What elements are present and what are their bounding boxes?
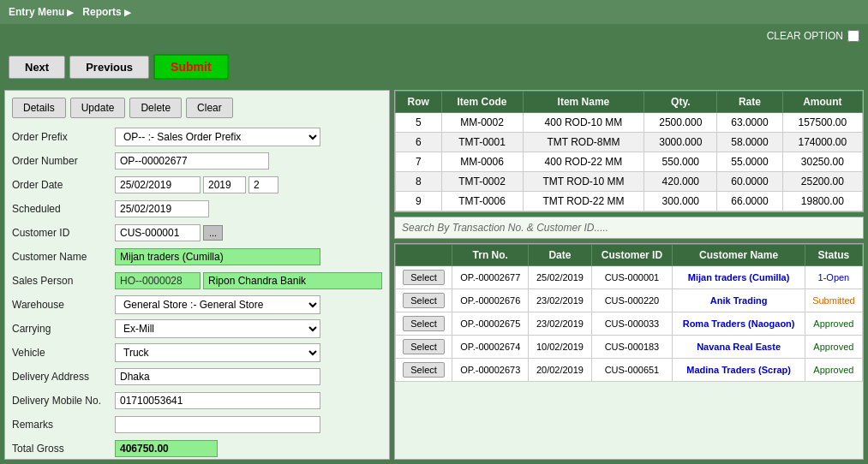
col-header-cust-id: Customer ID bbox=[591, 245, 673, 266]
total-gross-display: 406750.00 bbox=[115, 440, 218, 457]
vehicle-select[interactable]: Truck bbox=[115, 343, 320, 362]
date-cell: 23/02/2019 bbox=[529, 289, 591, 312]
cell-qty: 550.000 bbox=[644, 152, 717, 172]
cust-name-cell[interactable]: Mijan traders (Cumilla) bbox=[673, 266, 805, 289]
table-row: 6 TMT-0001 TMT ROD-8MM 3000.000 58.0000 … bbox=[396, 133, 863, 152]
warehouse-select[interactable]: General Store :- General Store bbox=[115, 295, 320, 314]
submit-button[interactable]: Submit bbox=[153, 54, 228, 80]
select-button[interactable]: Select bbox=[403, 270, 445, 285]
delete-button[interactable]: Delete bbox=[129, 98, 182, 118]
table-row: 7 MM-0006 400 ROD-22 MM 550.000 55.0000 … bbox=[396, 152, 863, 172]
carrying-select[interactable]: Ex-Mill bbox=[115, 319, 320, 338]
cell-item-code: TMT-0001 bbox=[441, 133, 523, 152]
cell-rate: 55.0000 bbox=[717, 152, 782, 172]
select-cell[interactable]: Select bbox=[396, 359, 452, 382]
sales-person-code-input[interactable] bbox=[115, 272, 201, 289]
table-row: 5 MM-0002 400 ROD-10 MM 2500.000 63.0000… bbox=[396, 113, 863, 133]
trn-cell: OP.-00002675 bbox=[452, 312, 529, 336]
trn-cell: OP.-00002677 bbox=[452, 266, 529, 289]
bottom-table-container: Trn No. Date Customer ID Customer Name S… bbox=[394, 243, 864, 460]
cell-qty: 2500.000 bbox=[644, 113, 717, 133]
cell-row: 9 bbox=[396, 192, 442, 211]
cell-amount: 174000.00 bbox=[782, 133, 862, 152]
reports-menu-arrow: ▶ bbox=[124, 8, 131, 17]
delivery-address-input[interactable] bbox=[115, 368, 320, 385]
cell-rate: 58.0000 bbox=[717, 133, 782, 152]
select-cell[interactable]: Select bbox=[396, 312, 452, 336]
cust-name-cell[interactable]: Anik Trading bbox=[673, 289, 805, 312]
search-placeholder: Search By Transaction No. & Customer ID.… bbox=[402, 222, 608, 234]
warehouse-label: Warehouse bbox=[12, 299, 115, 311]
date-cell: 20/02/2019 bbox=[529, 359, 591, 382]
top-table-container: Row Item Code Item Name Qty. Rate Amount… bbox=[394, 90, 864, 212]
previous-button[interactable]: Previous bbox=[69, 56, 149, 79]
order-prefix-label: Order Prefix bbox=[12, 131, 115, 143]
scheduled-row: Scheduled bbox=[12, 199, 382, 219]
select-button[interactable]: Select bbox=[403, 316, 445, 331]
reports-menu-item[interactable]: Reports ▶ bbox=[82, 6, 130, 18]
clear-option-checkbox[interactable] bbox=[847, 30, 859, 42]
delivery-mobile-input[interactable] bbox=[115, 392, 320, 409]
cell-item-name: TMT ROD-22 MM bbox=[523, 192, 644, 211]
cust-id-cell: CUS-000651 bbox=[591, 359, 673, 382]
cell-item-code: MM-0006 bbox=[441, 152, 523, 172]
carrying-row: Carrying Ex-Mill bbox=[12, 318, 382, 339]
select-cell[interactable]: Select bbox=[396, 289, 452, 312]
items-table: Row Item Code Item Name Qty. Rate Amount… bbox=[395, 91, 863, 211]
clear-button[interactable]: Clear bbox=[186, 98, 233, 118]
clear-option-bar: CLEAR OPTION bbox=[0, 24, 868, 48]
clear-option-label: CLEAR OPTION bbox=[767, 30, 843, 42]
list-item: Select OP.-00002677 25/02/2019 CUS-00000… bbox=[396, 266, 863, 289]
cell-qty: 420.000 bbox=[644, 172, 717, 192]
order-number-input[interactable] bbox=[115, 152, 269, 170]
cust-name-cell[interactable]: Roma Traders (Naogaon) bbox=[673, 312, 805, 336]
select-cell[interactable]: Select bbox=[396, 336, 452, 359]
vehicle-label: Vehicle bbox=[12, 347, 115, 359]
col-header-row: Row bbox=[396, 92, 442, 113]
customer-id-input[interactable] bbox=[115, 224, 201, 241]
customer-name-display: Mijan traders (Cumilla) bbox=[115, 248, 320, 265]
scheduled-input[interactable] bbox=[115, 200, 209, 217]
select-cell[interactable]: Select bbox=[396, 266, 452, 289]
order-prefix-row: Order Prefix OP-- :- Sales Order Prefix bbox=[12, 127, 382, 147]
select-button[interactable]: Select bbox=[403, 362, 445, 378]
status-cell: Submitted bbox=[805, 289, 862, 312]
status-cell: Approved bbox=[805, 359, 862, 382]
order-number-row: Order Number bbox=[12, 151, 382, 171]
next-button[interactable]: Next bbox=[9, 56, 65, 79]
search-bar[interactable]: Search By Transaction No. & Customer ID.… bbox=[394, 217, 864, 239]
table-row: 8 TMT-0002 TMT ROD-10 MM 420.000 60.0000… bbox=[396, 172, 863, 192]
order-year-input[interactable] bbox=[203, 176, 246, 193]
status-cell: Approved bbox=[805, 336, 862, 359]
status-cell: Approved bbox=[805, 312, 862, 336]
cust-name-cell[interactable]: Navana Real Easte bbox=[673, 336, 805, 359]
entry-menu-label: Entry Menu bbox=[9, 6, 64, 18]
delivery-mobile-row: Delivery Mobile No. bbox=[12, 390, 382, 411]
remarks-input[interactable] bbox=[115, 416, 320, 433]
cust-id-cell: CUS-000220 bbox=[591, 289, 673, 312]
cell-item-name: 400 ROD-22 MM bbox=[523, 152, 644, 172]
col-header-amount: Amount bbox=[782, 92, 862, 113]
cell-rate: 63.0000 bbox=[717, 113, 782, 133]
cust-id-cell: CUS-000001 bbox=[591, 266, 673, 289]
order-seq-input[interactable] bbox=[248, 176, 278, 193]
status-cell: 1-Open bbox=[805, 266, 862, 289]
menu-bar: Entry Menu ▶ Reports ▶ bbox=[0, 0, 868, 24]
order-date-input[interactable] bbox=[115, 176, 201, 193]
cell-qty: 300.000 bbox=[644, 192, 717, 211]
select-button[interactable]: Select bbox=[403, 339, 445, 354]
customer-name-row: Customer Name Mijan traders (Cumilla) bbox=[12, 247, 382, 267]
col-header-date: Date bbox=[529, 245, 591, 266]
select-button[interactable]: Select bbox=[403, 293, 445, 308]
cust-name-cell[interactable]: Madina Traders (Scrap) bbox=[673, 359, 805, 382]
transactions-table: Trn No. Date Customer ID Customer Name S… bbox=[395, 244, 863, 382]
details-button[interactable]: Details bbox=[12, 98, 66, 118]
order-prefix-select[interactable]: OP-- :- Sales Order Prefix bbox=[115, 128, 320, 146]
sales-person-row: Sales Person Ripon Chandra Banik bbox=[12, 271, 382, 291]
main-content: Details Update Delete Clear Order Prefix… bbox=[0, 86, 868, 464]
update-button[interactable]: Update bbox=[70, 98, 126, 118]
entry-menu-item[interactable]: Entry Menu ▶ bbox=[9, 6, 74, 18]
cell-amount: 25200.00 bbox=[782, 172, 862, 192]
customer-browse-button[interactable]: ... bbox=[203, 225, 223, 241]
trn-cell: OP.-00002673 bbox=[452, 359, 529, 382]
